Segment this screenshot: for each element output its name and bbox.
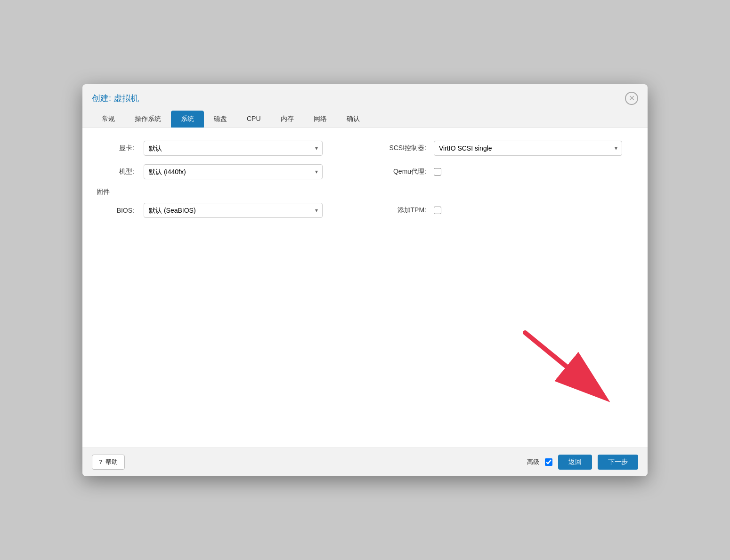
machine-type-select[interactable]: 默认 (i440fx) (144, 164, 323, 179)
display-card-label: 显卡: (97, 144, 134, 152)
close-button[interactable]: ✕ (625, 92, 638, 105)
scsi-select[interactable]: VirtIO SCSI single (434, 141, 622, 156)
dialog-body: 显卡: 默认 SCSI控制器: VirtIO SCSI single 机 (82, 128, 648, 448)
tab-system[interactable]: 系统 (171, 111, 204, 128)
tab-bar: 常规 操作系统 系统 磁盘 CPU 内存 网络 确认 (82, 105, 648, 128)
add-tpm-checkbox[interactable] (434, 207, 441, 214)
row-bios-tpm: BIOS: 默认 (SeaBIOS) 添加TPM: (97, 203, 633, 218)
qemu-agent-checkbox-wrapper (434, 168, 441, 176)
next-button[interactable]: 下一步 (598, 455, 638, 470)
machine-type-select-wrapper: 默认 (i440fx) (144, 164, 323, 179)
col-bios: BIOS: 默认 (SeaBIOS) (97, 203, 360, 218)
tab-general[interactable]: 常规 (92, 111, 125, 128)
svg-line-1 (525, 333, 603, 396)
col-scsi: SCSI控制器: VirtIO SCSI single (370, 141, 633, 156)
bios-label: BIOS: (97, 207, 134, 214)
col-machine: 机型: 默认 (i440fx) (97, 164, 360, 179)
close-icon: ✕ (629, 95, 635, 102)
row-machine-qemu: 机型: 默认 (i440fx) Qemu代理: (97, 164, 633, 179)
dialog-footer: ? 帮助 高级 返回 下一步 (82, 448, 648, 476)
tab-network[interactable]: 网络 (304, 111, 337, 128)
scsi-select-wrapper: VirtIO SCSI single (434, 141, 622, 156)
tab-cpu[interactable]: CPU (237, 111, 271, 128)
annotation-arrow (516, 323, 619, 410)
advanced-label: 高级 (527, 458, 539, 466)
footer-left: ? 帮助 (92, 455, 125, 470)
back-button[interactable]: 返回 (558, 455, 592, 470)
help-label: 帮助 (105, 458, 118, 466)
display-card-select-wrapper: 默认 (144, 141, 323, 156)
bios-select[interactable]: 默认 (SeaBIOS) (144, 203, 323, 218)
bios-select-wrapper: 默认 (SeaBIOS) (144, 203, 323, 218)
tab-disk[interactable]: 磁盘 (204, 111, 237, 128)
tab-memory[interactable]: 内存 (271, 111, 304, 128)
help-icon: ? (99, 458, 103, 465)
add-tpm-checkbox-wrapper (434, 207, 441, 214)
dialog-title: 创建: 虚拟机 (92, 93, 139, 104)
qemu-agent-checkbox[interactable] (434, 168, 441, 176)
help-button[interactable]: ? 帮助 (92, 455, 125, 470)
col-qemu: Qemu代理: (370, 164, 633, 179)
col-tpm: 添加TPM: (370, 203, 633, 218)
scsi-label: SCSI控制器: (370, 144, 426, 152)
firmware-section-label: 固件 (97, 188, 633, 196)
tab-confirm[interactable]: 确认 (337, 111, 370, 128)
machine-type-label: 机型: (97, 168, 134, 176)
footer-right: 高级 返回 下一步 (527, 455, 638, 470)
display-card-select[interactable]: 默认 (144, 141, 323, 156)
tab-os[interactable]: 操作系统 (125, 111, 171, 128)
advanced-checkbox[interactable] (545, 458, 552, 466)
row-display-scsi: 显卡: 默认 SCSI控制器: VirtIO SCSI single (97, 141, 633, 156)
col-display: 显卡: 默认 (97, 141, 360, 156)
add-tpm-label: 添加TPM: (370, 206, 426, 215)
dialog: 创建: 虚拟机 ✕ 常规 操作系统 系统 磁盘 CPU 内存 网络 确认 显卡:… (82, 84, 648, 476)
titlebar: 创建: 虚拟机 ✕ (82, 84, 648, 105)
qemu-agent-label: Qemu代理: (370, 168, 426, 176)
